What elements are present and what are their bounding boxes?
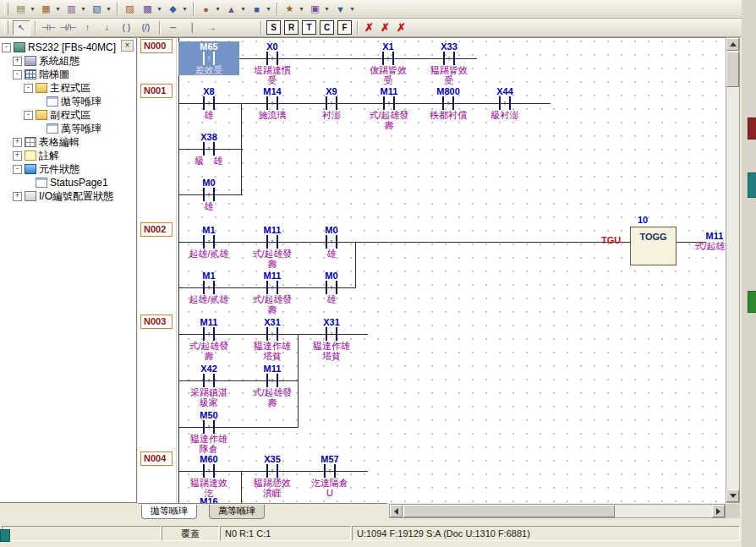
- contact-x38[interactable]: X38↑級 雄: [178, 132, 239, 166]
- horizontal-line-tool-icon[interactable]: ─: [164, 20, 182, 36]
- coil-tool-icon[interactable]: ( ): [118, 20, 135, 36]
- contact-m60[interactable]: M60↑豱踢達效 汔: [178, 454, 239, 498]
- ladder-editor[interactable]: M65↑差效受 X0↑堤踢達慣 受 X1↑伖踢皆效 受 X33↑豱踢皆效 受 X…: [177, 37, 726, 503]
- contact-x44[interactable]: X44↑級衬澎: [474, 86, 535, 120]
- save-icon[interactable]: ▥: [63, 2, 79, 17]
- tree-item-main-program[interactable]: -主程式區: [0, 81, 136, 95]
- contact-m0[interactable]: M0↑雄: [178, 178, 239, 211]
- function-instruction-button[interactable]: F: [337, 20, 352, 35]
- chevron-down-icon[interactable]: ▾: [323, 5, 331, 13]
- expander-icon[interactable]: -: [2, 43, 11, 52]
- chevron-down-icon[interactable]: ▾: [181, 5, 189, 13]
- cut-icon[interactable]: ▨: [122, 2, 138, 17]
- delete-element-icon[interactable]: ✗: [362, 21, 376, 34]
- chevron-down-icon[interactable]: ▾: [239, 5, 247, 13]
- contact-m16[interactable]: M16: [178, 496, 239, 503]
- tree-item-component-status[interactable]: -元件狀態: [0, 162, 136, 176]
- copy-icon[interactable]: ▩: [140, 2, 156, 17]
- rising-edge-tool-icon[interactable]: ↑: [79, 20, 96, 36]
- contact-x31[interactable]: X31↑豱達作雄 塔貧: [242, 317, 303, 361]
- chevron-down-icon[interactable]: ▾: [265, 5, 272, 13]
- chevron-down-icon[interactable]: ▾: [54, 5, 62, 13]
- contact-m65[interactable]: M65↑差效受: [178, 41, 239, 75]
- contact-m11[interactable]: M11↑式/起雄發 壽: [242, 271, 303, 315]
- expander-icon[interactable]: +: [13, 192, 22, 201]
- contact-x42[interactable]: X42↑采踢鎮湛 級家: [178, 364, 239, 408]
- contact-m0[interactable]: M0↑雄: [301, 271, 362, 304]
- vertical-scrollbar[interactable]: [726, 37, 740, 503]
- print-icon[interactable]: ▧: [89, 2, 105, 17]
- contact-m11[interactable]: M11↑式/起雄發 壽: [178, 317, 239, 361]
- function-block-togg[interactable]: TOGG: [630, 227, 677, 265]
- contact-m57[interactable]: M57↑汔達隔倉 U: [299, 454, 360, 498]
- expander-icon[interactable]: +: [13, 151, 22, 161]
- horizontal-scrollbar[interactable]: [389, 504, 726, 518]
- expander-icon[interactable]: -: [24, 84, 33, 93]
- vertical-line-tool-icon[interactable]: │: [184, 20, 201, 36]
- contact-m11[interactable]: M11↑式/起雄發 壽: [242, 364, 303, 408]
- contact-x35[interactable]: X35↑豱踢愻效 濆睚: [242, 454, 303, 498]
- tree-item-ladder-diagram[interactable]: -階梯圖: [0, 68, 136, 81]
- scroll-down-button[interactable]: [726, 490, 739, 502]
- network-label[interactable]: N001: [140, 84, 173, 98]
- expander-icon[interactable]: -: [13, 165, 22, 174]
- network-label[interactable]: N004: [140, 451, 173, 466]
- contact-x31[interactable]: X31↑豱達作雄 塔貧: [301, 317, 362, 361]
- tree-item-comment[interactable]: +註解: [0, 149, 136, 162]
- chevron-down-icon[interactable]: ▾: [214, 5, 222, 13]
- network-label[interactable]: N003: [140, 315, 173, 329]
- contact-x0[interactable]: X0↑堤踢達慣 受: [242, 41, 303, 85]
- chevron-down-icon[interactable]: ▾: [156, 5, 163, 13]
- contact-m800[interactable]: M800↑秩都衬償: [418, 86, 479, 120]
- set-instruction-button[interactable]: S: [266, 20, 281, 35]
- tree-item-sub-program[interactable]: -副程式區: [0, 108, 136, 122]
- contact-m1[interactable]: M1↑起雄/贰雄: [178, 225, 239, 259]
- connect-icon[interactable]: ★: [282, 2, 298, 17]
- project-icon[interactable]: ▤: [13, 2, 29, 17]
- undo-icon[interactable]: ●: [198, 2, 214, 17]
- tree-item-system-config[interactable]: +系統組態: [0, 54, 136, 68]
- vertical-scroll-thumb[interactable]: [726, 52, 739, 87]
- network-label[interactable]: N002: [140, 222, 173, 237]
- contact-x9[interactable]: X9↑衬澎: [301, 86, 362, 120]
- zoom-icon[interactable]: ■: [249, 2, 265, 17]
- timer-instruction-button[interactable]: T: [302, 20, 316, 35]
- counter-instruction-button[interactable]: C: [320, 20, 334, 35]
- reset-instruction-button[interactable]: R: [284, 20, 299, 35]
- tree-item-status-page[interactable]: StatusPage1: [0, 176, 136, 189]
- expander-icon[interactable]: -: [13, 70, 22, 79]
- tree-item-plc[interactable]: -RS232 [FBs-40MC]: [0, 41, 136, 54]
- contact-x8[interactable]: X8↑雄: [178, 86, 239, 120]
- falling-edge-tool-icon[interactable]: ↓: [98, 20, 116, 36]
- no-contact-tool-icon[interactable]: ⊣⊢: [40, 20, 58, 36]
- scroll-right-button[interactable]: [712, 505, 725, 517]
- network-label[interactable]: N000: [140, 39, 173, 53]
- chevron-down-icon[interactable]: ▾: [105, 5, 112, 13]
- monitor-icon[interactable]: ▼: [332, 2, 348, 17]
- contact-m0[interactable]: M0↑雄: [301, 225, 362, 259]
- delete-vline-icon[interactable]: ✗: [394, 21, 408, 34]
- tab-sub-ladder-page[interactable]: 萬等喺㻭: [209, 505, 265, 519]
- contact-m11[interactable]: M11↑式/起雄發 壽: [242, 225, 303, 269]
- chevron-down-icon[interactable]: ▾: [348, 5, 356, 13]
- contact-x33[interactable]: X33↑豱踢皆效 受: [419, 41, 479, 85]
- pointer-tool-icon[interactable]: ↖: [13, 20, 30, 36]
- expander-icon[interactable]: -: [24, 111, 33, 120]
- tree-item-table-edit[interactable]: +表格編輯: [0, 135, 136, 149]
- function-block-output[interactable]: M11式/起雄看: [689, 231, 726, 251]
- contact-x1[interactable]: X1↑伖踢皆效 受: [358, 41, 419, 85]
- horizontal-scroll-thumb[interactable]: [403, 505, 615, 517]
- contact-m50[interactable]: M50↑豱達作雄 隊倉: [178, 410, 239, 454]
- tree-item-sub-page[interactable]: 萬等喺㻭: [0, 122, 136, 135]
- tree-item-io-config[interactable]: +I/O編號配置狀態: [0, 189, 136, 203]
- toolbar-grip[interactable]: [4, 21, 8, 34]
- toolbar-grip[interactable]: [4, 3, 8, 15]
- run-icon[interactable]: ▣: [307, 2, 323, 17]
- nc-coil-tool-icon[interactable]: (/): [137, 20, 155, 36]
- find-icon[interactable]: ▲: [223, 2, 239, 17]
- chevron-down-icon[interactable]: ▾: [298, 5, 305, 13]
- scroll-up-button[interactable]: [726, 38, 739, 51]
- contact-m11[interactable]: M11↑式/起雄發 壽: [359, 86, 419, 130]
- scroll-left-button[interactable]: [390, 505, 403, 517]
- tree-item-main-page[interactable]: 拋等喺㻭: [0, 95, 136, 108]
